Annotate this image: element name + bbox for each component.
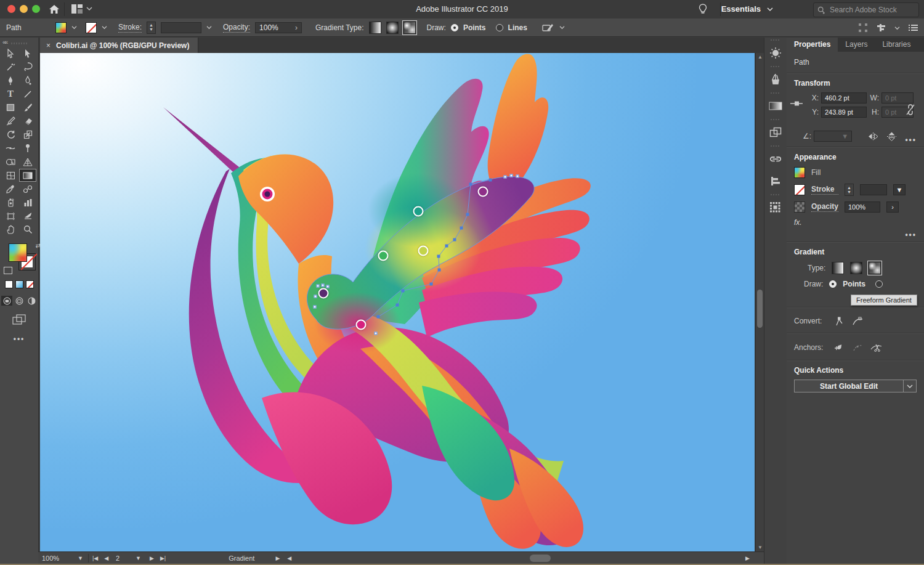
gradient-stop[interactable] [378,251,389,261]
zoom-level[interactable]: 100% [38,552,78,564]
panel-draw-lines-radio[interactable] [875,280,883,288]
constrain-proportions-icon[interactable] [906,104,915,116]
path-anchor[interactable] [489,179,492,182]
path-anchor[interactable] [466,213,469,216]
path-anchor[interactable] [438,269,441,272]
tool-puppet-warp[interactable] [19,142,36,155]
transparency-panel-icon[interactable] [764,121,787,144]
search-input[interactable] [829,5,924,15]
opacity-expand-icon[interactable]: › [295,23,298,32]
stroke-stepper[interactable]: ▲▼ [845,184,854,196]
gradient-freeform-button[interactable] [403,22,416,34]
tool-scale[interactable] [19,128,36,141]
gradient-stop[interactable] [413,206,424,217]
selection-handle[interactable] [314,306,317,309]
edit-gradient-icon[interactable] [542,23,554,33]
tool-shape-builder[interactable] [2,155,19,168]
draw-lines-label[interactable]: Lines [508,23,527,32]
tool-eyedropper[interactable] [2,182,19,195]
tool-direct-selection[interactable] [2,47,19,60]
draw-points-radio[interactable] [451,24,458,31]
color-button[interactable] [5,280,13,288]
workspace-chevron-icon[interactable] [767,7,773,12]
artboard-chevron-icon[interactable]: ▼ [136,555,141,561]
panel-gradient-freeform-button[interactable] [869,262,881,274]
touch-workspace-icon[interactable] [859,23,867,32]
tool-perspective-grid[interactable] [19,155,36,168]
vertical-scrollbar[interactable]: ▲ ▼ [755,53,764,551]
fill-stroke-indicator[interactable]: ⇄ [9,243,37,272]
tool-width[interactable] [2,142,19,155]
scroll-up-icon[interactable]: ▲ [758,54,763,60]
lightbulb-icon[interactable] [697,3,708,15]
artboard-number[interactable]: 2 [116,555,131,562]
pattern-options-panel-icon[interactable] [764,197,787,219]
add-anchor-icon[interactable] [833,343,845,353]
flip-horizontal-icon[interactable] [868,132,878,140]
gradient-button[interactable] [15,280,23,288]
selection-handle[interactable] [375,332,378,335]
gradient-linear-button[interactable] [369,22,381,34]
selection-handle[interactable] [317,285,320,288]
stroke-chevron-icon[interactable] [102,25,107,30]
tool-slice[interactable] [19,209,36,222]
gradient-panel-icon[interactable] [764,95,787,117]
horizontal-scroll-thumb[interactable] [530,555,551,562]
align-panel-icon[interactable] [764,170,787,192]
draw-normal-icon[interactable] [1,296,12,306]
artboard-canvas[interactable] [40,53,755,551]
default-fill-stroke-icon[interactable] [4,267,12,274]
tab-properties[interactable]: Properties [787,38,838,52]
opacity-checker-icon[interactable] [794,201,805,213]
arrange-documents-icon[interactable] [71,4,83,14]
panel-menu-icon[interactable] [909,24,918,31]
selection-handle[interactable] [504,176,507,179]
toolbar-collapse-icon[interactable]: «« [2,39,7,46]
convert-smooth-icon[interactable] [853,317,863,325]
tool-column-graph[interactable] [19,196,36,209]
transform-more-options[interactable]: ••• [905,136,917,144]
align-chevron-icon[interactable] [894,26,900,30]
selection-handle[interactable] [326,285,330,288]
tool-rectangle[interactable] [2,101,19,114]
global-edit-options-chevron-icon[interactable] [904,380,917,392]
vertical-scroll-thumb[interactable] [757,290,763,328]
tool-gradient[interactable] [19,169,36,182]
path-anchor[interactable] [445,245,448,248]
tool-lasso[interactable] [19,60,36,73]
tool-rotate[interactable] [2,128,19,141]
stroke-weight-stepper[interactable]: ▲▼ [147,22,156,34]
toolbar-grip[interactable] [11,43,27,44]
tab-libraries[interactable]: Libraries [875,38,918,52]
tool-hand[interactable] [2,223,19,236]
scroll-down-icon[interactable]: ▼ [758,545,763,550]
draw-lines-radio[interactable] [496,24,503,31]
tab-layers[interactable]: Layers [838,38,875,52]
tool-type[interactable]: T [2,87,19,100]
brushes-panel-icon[interactable] [764,68,787,91]
tool-shaper[interactable] [2,115,19,128]
path-anchor[interactable] [377,315,380,319]
screen-mode-icon[interactable] [12,314,26,325]
status-display[interactable]: Gradient [225,552,258,564]
panel-draw-points-label[interactable]: Points [843,280,865,288]
tool-eraser[interactable] [19,115,36,128]
tool-artboard[interactable] [2,209,19,222]
path-anchor[interactable] [437,255,440,258]
tool-curvature[interactable] [19,74,36,87]
status-menu-icon[interactable]: ▶ [275,555,280,561]
draw-points-label[interactable]: Points [463,23,486,32]
selection-handle[interactable] [314,295,317,298]
x-field[interactable]: 460.2 pt [821,92,867,104]
path-anchor[interactable] [469,183,472,186]
flip-vertical-icon[interactable] [887,132,896,141]
gradient-stop[interactable] [478,187,488,197]
edit-toolbar-icon[interactable]: ••• [0,335,38,343]
tool-paintbrush[interactable] [19,101,36,114]
stroke-unit-chevron-icon[interactable]: ▼ [893,184,906,195]
stroke-weight-label[interactable]: Stroke: [118,23,142,33]
previous-artboard-icon[interactable]: ◀ [104,555,108,561]
next-artboard-icon[interactable]: ▶ [150,555,154,561]
stroke-width-field[interactable] [860,184,887,195]
stroke-color-swatch[interactable] [86,22,97,33]
